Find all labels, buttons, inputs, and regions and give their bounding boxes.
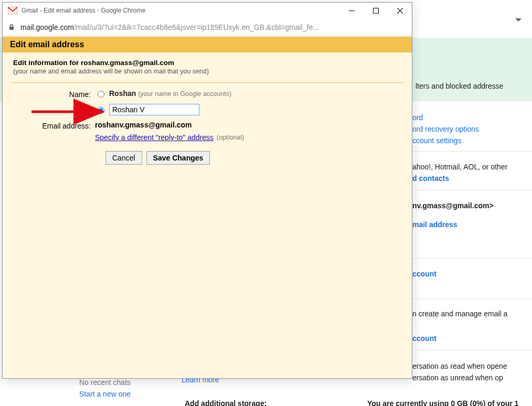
optional-hint: (optional) — [217, 134, 244, 141]
link-account-1[interactable]: ccount — [412, 270, 532, 278]
bg-text-unread: ersation as unread when op — [412, 373, 532, 382]
start-chat-link[interactable]: Start a new one — [39, 390, 171, 398]
link-recovery[interactable]: ord recovery options — [412, 125, 532, 133]
dialog-title: Edit email address — [10, 40, 84, 49]
email-label: Email address: — [3, 121, 95, 131]
info-subtitle: (your name and email address will be sho… — [13, 68, 401, 75]
bg-text-aliases: n create and manage email a — [412, 309, 532, 318]
bg-text-emailaddr: nv.gmass@gmail.com> — [412, 201, 532, 210]
link-contacts[interactable]: d contacts — [412, 174, 532, 183]
window-maximize-button[interactable] — [364, 3, 388, 18]
address-bar[interactable]: mail.google.com/mail/u/3/?ui=2&ik=7cacc4… — [3, 18, 412, 36]
reply-to-link[interactable]: Specify a different "reply-to" address — [95, 133, 214, 142]
bg-text-read: ersation as read when opene — [412, 362, 532, 370]
gmail-icon — [8, 7, 17, 14]
cancel-button[interactable]: Cancel — [105, 151, 142, 165]
url-text: mail.google.com/mail/u/3/?ui=2&ik=7cacc4… — [20, 23, 319, 31]
add-storage-label: Add additional storage: — [185, 399, 267, 406]
name-custom-input[interactable] — [109, 104, 199, 115]
svg-rect-5 — [9, 27, 14, 30]
name-radio-default[interactable] — [98, 91, 104, 98]
email-value: roshanv.gmass@gmail.com — [95, 121, 192, 129]
bg-text-providers: ahoo!, Hotmail, AOL, or other — [412, 163, 532, 171]
window-title: Gmail - Edit email address - Google Chro… — [22, 7, 339, 14]
link-email-address[interactable]: mail address — [412, 220, 532, 229]
chevron-down-icon[interactable] — [515, 18, 522, 22]
window-titlebar: Gmail - Edit email address - Google Chro… — [3, 3, 412, 18]
info-title: Edit information for roshanv.gmass@gmail… — [13, 59, 401, 67]
link-account-settings[interactable]: ccount settings — [412, 136, 532, 145]
window-minimize-button[interactable] — [339, 3, 364, 18]
name-label: Name: — [3, 89, 95, 100]
tab-filters[interactable]: lters and blocked addresse — [416, 82, 503, 90]
dialog-body: Edit email address Edit information for … — [3, 37, 412, 378]
storage-info-label: You are currently using 0 GB (0%) of you… — [367, 399, 518, 406]
window-close-button[interactable] — [388, 3, 412, 18]
popup-window: Gmail - Edit email address - Google Chro… — [2, 2, 412, 379]
separator — [11, 82, 403, 83]
link-password[interactable]: ord — [412, 113, 532, 122]
svg-rect-2 — [373, 8, 378, 13]
dialog-header: Edit email address — [3, 37, 412, 52]
no-chats-label: No recent chats — [39, 378, 171, 387]
name-default-text: Roshan (your name in Google accounts) — [109, 89, 231, 98]
save-button[interactable]: Save Changes — [146, 151, 210, 165]
name-radio-custom[interactable] — [98, 107, 104, 114]
link-account-2[interactable]: ccount — [412, 334, 532, 343]
lock-icon — [8, 24, 15, 31]
